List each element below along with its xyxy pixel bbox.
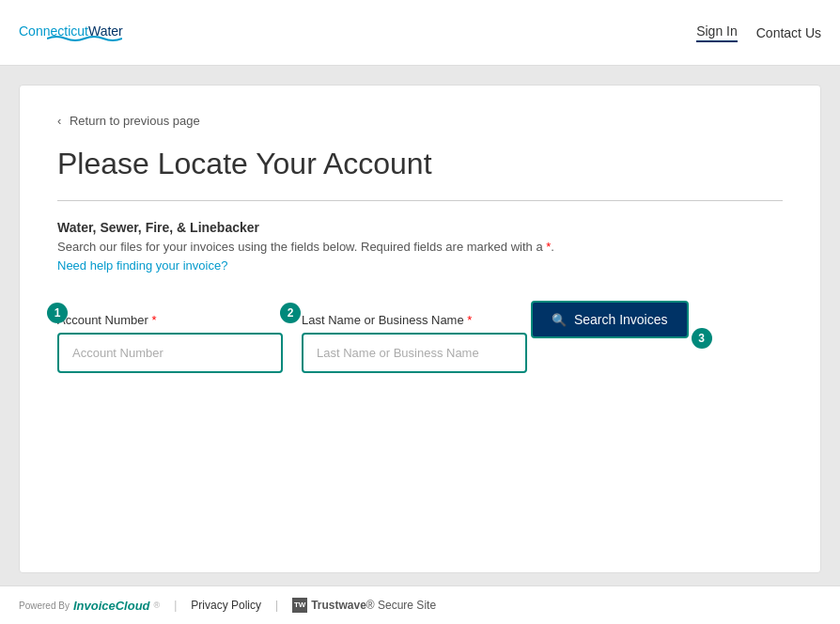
trustwave-label: Trustwave® Secure Site bbox=[311, 599, 436, 612]
search-icon: 🔍 bbox=[552, 313, 567, 327]
invoice-cloud-logo: InvoiceCloud bbox=[73, 599, 150, 613]
trustwave-icon: TW bbox=[292, 598, 307, 613]
main-wrapper: ‹ Return to previous page Please Locate … bbox=[0, 66, 840, 592]
page-title: Please Locate Your Account bbox=[57, 147, 783, 181]
step-badge-1: 1 bbox=[47, 303, 68, 323]
divider bbox=[57, 200, 783, 201]
chevron-left-icon: ‹ bbox=[57, 114, 61, 128]
last-name-field-box bbox=[302, 333, 527, 373]
content-card: ‹ Return to previous page Please Locate … bbox=[19, 85, 821, 573]
breadcrumb: ‹ Return to previous page bbox=[57, 114, 783, 128]
required-star: * bbox=[546, 240, 551, 254]
logo: ConnecticutWater bbox=[19, 23, 123, 42]
logo-wave-icon bbox=[47, 35, 122, 42]
step-badge-3: 3 bbox=[692, 328, 712, 349]
help-link[interactable]: Need help finding your invoice? bbox=[57, 258, 227, 273]
last-name-group: Last Name or Business Name * bbox=[302, 313, 527, 373]
footer-divider-2: | bbox=[275, 599, 278, 612]
description-section: Water, Sewer, Fire, & Linebacker Search … bbox=[57, 220, 783, 273]
description-title: Water, Sewer, Fire, & Linebacker bbox=[57, 220, 783, 235]
search-invoices-button[interactable]: 🔍 Search Invoices bbox=[531, 301, 689, 338]
description-text: Search our files for your invoices using… bbox=[57, 240, 783, 254]
step-badge-2: 2 bbox=[280, 303, 301, 323]
last-name-label: Last Name or Business Name * bbox=[302, 313, 527, 327]
account-number-field-box bbox=[57, 333, 283, 373]
account-number-input[interactable] bbox=[63, 338, 277, 367]
last-name-input[interactable] bbox=[307, 338, 521, 367]
header-nav: Sign In Contact Us bbox=[696, 23, 821, 42]
powered-by-label: Powered By bbox=[19, 601, 70, 611]
account-number-label: Account Number * bbox=[57, 313, 283, 327]
footer: Powered By InvoiceCloud ® | Privacy Poli… bbox=[0, 585, 840, 624]
privacy-policy-link[interactable]: Privacy Policy bbox=[191, 599, 261, 612]
return-link[interactable]: Return to previous page bbox=[70, 114, 200, 128]
sign-in-link[interactable]: Sign In bbox=[696, 23, 738, 42]
contact-us-link[interactable]: Contact Us bbox=[756, 25, 821, 40]
footer-powered-by: Powered By InvoiceCloud ® bbox=[19, 599, 160, 613]
footer-divider-1: | bbox=[174, 599, 177, 612]
header: ConnecticutWater Sign In Contact Us bbox=[0, 0, 840, 66]
trustwave-container: TW Trustwave® Secure Site bbox=[292, 598, 436, 613]
search-button-wrapper: 🔍 Search Invoices 3 bbox=[531, 301, 689, 338]
account-number-group: Account Number * bbox=[57, 313, 283, 373]
